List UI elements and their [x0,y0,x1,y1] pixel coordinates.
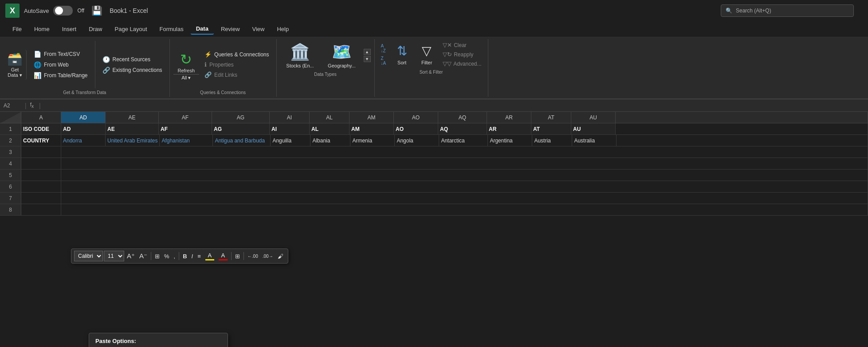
col-header-au[interactable]: AU [571,112,616,123]
cell-ao1[interactable]: AO [394,123,438,134]
cell-au1[interactable]: AU [571,123,616,134]
filter-button[interactable]: ▽ Filter [415,41,438,68]
recent-sources-button[interactable]: 🕐 Recent Sources [99,55,166,64]
menu-file[interactable]: File [7,24,27,34]
italic-button[interactable]: I [190,251,195,261]
bold-button[interactable]: B [181,251,189,261]
cell-a6[interactable] [21,181,61,192]
cell-au2[interactable]: Australia [572,135,617,146]
from-web-button[interactable]: 🌐 From Web [30,60,91,70]
highlight-button[interactable]: A [204,251,216,261]
col-header-ad[interactable]: AD [61,112,106,123]
advanced-button[interactable]: ▽▽ Advanced... [440,59,484,68]
col-header-ae[interactable]: AE [106,112,159,123]
menu-data[interactable]: Data [191,24,214,35]
formula-input[interactable] [46,103,864,109]
row-num-7[interactable]: 7 [0,193,21,204]
cell-ai1[interactable]: AI [270,123,310,134]
col-header-ar[interactable]: AR [487,112,531,123]
col-header-aq[interactable]: AQ [438,112,487,123]
col-header-a[interactable]: A [21,112,61,123]
percent-button[interactable]: % [162,251,171,261]
increase-decimal-button[interactable]: .00→ [261,251,275,261]
cell-ag2[interactable]: Antigua and Barbuda [213,135,271,146]
menu-help[interactable]: Help [271,24,294,34]
menu-review[interactable]: Review [216,24,245,34]
menu-page-layout[interactable]: Page Layout [110,24,153,34]
format-cells-button[interactable]: ⊞ [153,251,161,261]
cell-b6[interactable] [61,181,868,192]
cell-aq2[interactable]: Antarctica [439,135,488,146]
cell-b5[interactable] [61,170,868,181]
cell-b3[interactable] [61,146,868,158]
cell-extra2[interactable] [617,135,868,146]
cell-b7[interactable] [61,193,868,204]
format-brush-button[interactable]: 🖌 [276,251,285,261]
col-header-at[interactable]: AT [531,112,571,123]
row-num-2[interactable]: 2 [0,135,21,146]
cell-ad2[interactable]: Andorra [61,135,106,146]
row-num-4[interactable]: 4 [0,158,21,169]
border-button[interactable]: ⊞ [233,251,242,261]
cell-ar2[interactable]: Argentina [488,135,532,146]
cell-al1[interactable]: AL [310,123,350,134]
cell-a2[interactable]: COUNTRY [21,135,61,146]
refresh-all-btn[interactable]: ↻ Refresh All ▾ [173,48,200,81]
cell-a3[interactable] [21,146,61,158]
data-types-scroll-down[interactable]: ▼ [364,56,371,62]
col-header-n[interactable] [616,112,868,123]
menu-formulas[interactable]: Formulas [154,24,189,34]
cell-at2[interactable]: Austria [532,135,572,146]
comma-button[interactable]: , [172,251,177,261]
cell-a4[interactable] [21,158,61,169]
font-color-button[interactable]: A [217,251,229,261]
cell-ae1[interactable]: AE [106,123,159,134]
search-bar[interactable]: 🔍 Search (Alt+Q) [721,4,854,17]
from-text-csv-button[interactable]: 📄 From Text/CSV [30,49,91,59]
data-types-scroll-up[interactable]: ▲ [364,49,371,55]
row-num-8[interactable]: 8 [0,204,21,215]
properties-button[interactable]: ℹ Properties [201,60,272,69]
cell-am1[interactable]: AM [350,123,394,134]
cell-ad1[interactable]: AD [61,123,106,134]
cell-a8[interactable] [21,204,61,215]
cell-at1[interactable]: AT [531,123,571,134]
reapply-button[interactable]: ▽↻ Reapply [440,50,484,59]
queries-connections-button[interactable]: ⚡ Queries & Connections [201,50,272,59]
col-header-ai[interactable]: AI [270,112,310,123]
get-data-button[interactable]: 🗃️ GetData ▾ [4,50,27,80]
stocks-button[interactable]: 🏛️ Stocks (En... [280,41,320,70]
cell-am2[interactable]: Armenia [350,135,395,146]
cell-extra1[interactable] [616,123,868,134]
col-header-al[interactable]: AL [310,112,350,123]
refresh-all-dropdown[interactable]: All ▾ [173,74,200,81]
cell-al2[interactable]: Albania [310,135,350,146]
cell-ar1[interactable]: AR [487,123,531,134]
cell-a7[interactable] [21,193,61,204]
sort-button[interactable]: ⇅ Sort [390,41,413,68]
sort-za-button[interactable]: Z ↓A [378,55,389,67]
cell-af1[interactable]: AF [159,123,212,134]
clear-button[interactable]: ▽✕ Clear [440,41,484,49]
row-num-6[interactable]: 6 [0,181,21,192]
geography-button[interactable]: 🗺️ Geography... [322,41,362,70]
edit-links-button[interactable]: 🔗 Edit Links [201,70,272,79]
autosave-toggle[interactable] [53,6,73,16]
existing-connections-button[interactable]: 🔗 Existing Connections [99,65,166,75]
cell-ao2[interactable]: Angola [395,135,439,146]
menu-draw[interactable]: Draw [83,24,107,34]
from-table-range-button[interactable]: 📊 From Table/Range [30,71,91,80]
cell-a1[interactable]: ISO CODE [21,123,61,134]
decrease-decimal-button[interactable]: ←.00 [246,251,260,261]
align-button[interactable]: ≡ [196,251,203,261]
font-size-select[interactable]: 11 [104,251,124,261]
cell-af2[interactable]: Afghanistan [160,135,213,146]
cell-b4[interactable] [61,158,868,169]
save-icon[interactable]: 💾 [91,5,102,16]
sort-az-button[interactable]: A ↓Z [378,43,389,54]
cell-ref-box[interactable]: A2 [4,103,21,109]
menu-insert[interactable]: Insert [57,24,82,34]
refresh-all-main[interactable]: ↻ Refresh [173,48,200,74]
cell-b8[interactable] [61,204,868,215]
col-header-ag[interactable]: AG [212,112,270,123]
